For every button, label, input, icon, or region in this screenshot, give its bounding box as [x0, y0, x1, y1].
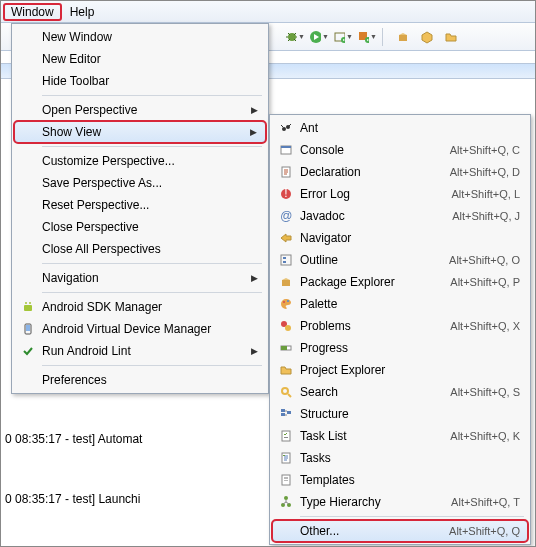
view-task-list[interactable]: Task ListAlt+Shift+Q, K [272, 425, 528, 447]
run-button[interactable]: ▼ [308, 27, 330, 47]
view-label: Navigator [300, 231, 520, 245]
menu-help[interactable]: Help [62, 3, 103, 21]
svg-point-8 [25, 302, 27, 304]
open-type-button[interactable] [416, 27, 438, 47]
chevron-right-icon: ▶ [251, 105, 258, 115]
task-list-icon [278, 428, 294, 444]
svg-text:!: ! [284, 187, 287, 200]
menuitem-show-view[interactable]: Show View▶ [14, 121, 266, 143]
menuitem-preferences[interactable]: Preferences [14, 369, 266, 391]
view-label: Ant [300, 121, 520, 135]
view-label: Task List [300, 429, 450, 443]
view-label: Javadoc [300, 209, 452, 223]
ant-icon [278, 120, 294, 136]
view-label: Tasks [300, 451, 520, 465]
svg-rect-33 [287, 411, 291, 414]
project-explorer-icon [278, 362, 294, 378]
menuitem-android-sdk-manager[interactable]: Android SDK Manager [14, 296, 266, 318]
view-label: Palette [300, 297, 520, 311]
menu-window[interactable]: Window [3, 3, 62, 21]
view-label: Error Log [300, 187, 452, 201]
svg-rect-15 [281, 146, 291, 148]
view-label: Type Hierarchy [300, 495, 451, 509]
view-progress[interactable]: Progress [272, 337, 528, 359]
svg-rect-32 [281, 413, 285, 416]
view-type-hierarchy[interactable]: Type HierarchyAlt+Shift+Q, T [272, 491, 528, 513]
view-package-explorer[interactable]: Package ExplorerAlt+Shift+Q, P [272, 271, 528, 293]
show-view-submenu: AntConsoleAlt+Shift+Q, CDeclarationAlt+S… [269, 114, 531, 545]
svg-rect-23 [282, 280, 290, 286]
menuitem-customize-perspective[interactable]: Customize Perspective... [14, 150, 266, 172]
view-problems[interactable]: ProblemsAlt+Shift+Q, X [272, 315, 528, 337]
view-error-log[interactable]: !Error LogAlt+Shift+Q, L [272, 183, 528, 205]
error-log-icon: ! [278, 186, 294, 202]
svg-rect-22 [283, 261, 286, 263]
debug-button[interactable]: ▼ [284, 27, 306, 47]
menuitem-run-android-lint[interactable]: Run Android Lint▶ [14, 340, 266, 362]
run-last-button[interactable]: ▼ [332, 27, 354, 47]
view-templates[interactable]: Templates [272, 469, 528, 491]
view-declaration[interactable]: DeclarationAlt+Shift+Q, D [272, 161, 528, 183]
declaration-icon [278, 164, 294, 180]
separator [42, 95, 262, 96]
menuitem-android-avd-manager[interactable]: Android Virtual Device Manager [14, 318, 266, 340]
menuitem-save-perspective-as[interactable]: Save Perspective As... [14, 172, 266, 194]
view-other[interactable]: Other...Alt+Shift+Q, Q [272, 520, 528, 542]
templates-icon [278, 472, 294, 488]
menuitem-new-editor[interactable]: New Editor [14, 48, 266, 70]
view-label: Templates [300, 473, 520, 487]
menuitem-close-all-perspectives[interactable]: Close All Perspectives [14, 238, 266, 260]
svg-point-40 [284, 496, 288, 500]
separator [42, 263, 262, 264]
view-label: Declaration [300, 165, 450, 179]
keyboard-shortcut: Alt+Shift+Q, D [450, 166, 520, 178]
search-icon [278, 384, 294, 400]
separator [42, 146, 262, 147]
view-label: Project Explorer [300, 363, 520, 377]
view-navigator[interactable]: Navigator [272, 227, 528, 249]
keyboard-shortcut: Alt+Shift+Q, C [450, 144, 520, 156]
external-tools-button[interactable]: ▼ [356, 27, 378, 47]
menuitem-navigation[interactable]: Navigation▶ [14, 267, 266, 289]
view-console[interactable]: ConsoleAlt+Shift+Q, C [272, 139, 528, 161]
separator [42, 365, 262, 366]
open-folder-button[interactable] [440, 27, 462, 47]
view-ant[interactable]: Ant [272, 117, 528, 139]
menuitem-new-window[interactable]: New Window [14, 26, 266, 48]
keyboard-shortcut: Alt+Shift+Q, P [450, 276, 520, 288]
svg-rect-6 [399, 35, 407, 41]
javadoc-icon: @ [278, 208, 294, 224]
separator [42, 292, 262, 293]
menuitem-reset-perspective[interactable]: Reset Perspective... [14, 194, 266, 216]
keyboard-shortcut: Alt+Shift+Q, X [450, 320, 520, 332]
view-label: Problems [300, 319, 450, 333]
view-search[interactable]: SearchAlt+Shift+Q, S [272, 381, 528, 403]
view-label: Outline [300, 253, 449, 267]
view-structure[interactable]: Structure [272, 403, 528, 425]
menuitem-hide-toolbar[interactable]: Hide Toolbar [14, 70, 266, 92]
menuitem-open-perspective[interactable]: Open Perspective▶ [14, 99, 266, 121]
view-label: Other... [300, 524, 449, 538]
structure-icon [278, 406, 294, 422]
console-icon [278, 142, 294, 158]
view-outline[interactable]: OutlineAlt+Shift+Q, O [272, 249, 528, 271]
view-javadoc[interactable]: @JavadocAlt+Shift+Q, J [272, 205, 528, 227]
keyboard-shortcut: Alt+Shift+Q, Q [449, 525, 520, 537]
chevron-right-icon: ▶ [251, 273, 258, 283]
view-label: Package Explorer [300, 275, 450, 289]
view-tasks[interactable]: Tasks [272, 447, 528, 469]
view-label: Progress [300, 341, 520, 355]
menuitem-close-perspective[interactable]: Close Perspective [14, 216, 266, 238]
keyboard-shortcut: Alt+Shift+Q, J [452, 210, 520, 222]
window-menu-dropdown: New Window New Editor Hide Toolbar Open … [11, 23, 269, 394]
type-hierarchy-icon [278, 494, 294, 510]
view-palette[interactable]: Palette [272, 293, 528, 315]
svg-point-12 [282, 127, 286, 131]
new-package-button[interactable] [392, 27, 414, 47]
svg-point-27 [285, 325, 291, 331]
keyboard-shortcut: Alt+Shift+Q, O [449, 254, 520, 266]
svg-point-25 [287, 300, 289, 302]
view-label: Search [300, 385, 450, 399]
chevron-right-icon: ▶ [250, 127, 257, 137]
view-project-explorer[interactable]: Project Explorer [272, 359, 528, 381]
